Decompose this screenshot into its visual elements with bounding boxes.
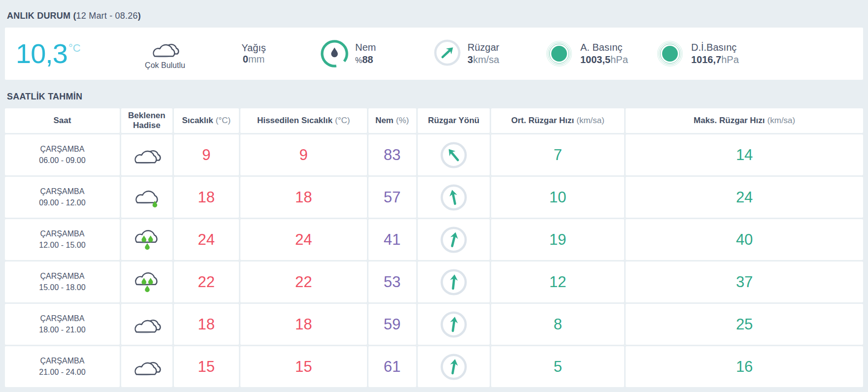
max-wind-speed-cell-value: 40 — [736, 231, 753, 249]
max-wind-speed-cell-value: 24 — [736, 189, 753, 206]
time-cell: ÇARŞAMBA06.00 - 09.00 — [5, 134, 120, 175]
column-header-unit: (°C) — [335, 116, 350, 126]
column-header-label: Nem — [375, 116, 394, 126]
rain-icon — [132, 268, 162, 296]
time-range-label: 12.00 - 15.00 — [39, 240, 85, 251]
avg-wind-speed-cell: 7 — [491, 134, 624, 175]
humidity-cell-value: 57 — [384, 189, 401, 206]
temperature-cell: 9 — [174, 134, 239, 175]
wind-direction-icon — [440, 226, 467, 254]
wind-direction-icon-slot — [434, 39, 461, 68]
current-title-suffix: ) — [138, 11, 141, 21]
column-header-7: Maks. Rüzgar Hızı(km/sa) — [626, 108, 863, 133]
temperature-cell-value: 24 — [198, 231, 215, 249]
day-label: ÇARŞAMBA — [40, 229, 85, 239]
expected-weather-cell — [121, 346, 172, 387]
feels-like-cell: 18 — [240, 304, 367, 345]
temperature-unit: °C — [68, 42, 81, 55]
time-cell: ÇARŞAMBA09.00 - 12.00 — [5, 177, 120, 218]
day-label: ÇARŞAMBA — [40, 356, 85, 366]
humidity-cell-value: 83 — [384, 146, 401, 164]
current-condition-icon-slot — [128, 37, 202, 60]
temperature-cell: 24 — [174, 219, 239, 260]
humidity-widget: Nem %88 — [320, 39, 414, 68]
precipitation-value: 0mm — [222, 54, 286, 65]
temperature-cell-value: 22 — [198, 273, 215, 291]
current-section-title: ANLIK DURUM (12 Mart - 08.26) — [7, 11, 863, 21]
current-title-date: 12 Mart - 08.26 — [76, 11, 138, 21]
pressure-icon — [655, 39, 685, 68]
humidity-cell: 41 — [368, 219, 416, 260]
column-header-label: Beklenen Hadise — [124, 111, 169, 130]
max-wind-speed-cell: 14 — [626, 134, 863, 175]
wind-direction-icon — [440, 141, 467, 169]
time-cell: ÇARŞAMBA15.00 - 18.00 — [5, 261, 120, 302]
rain-icon — [132, 226, 162, 254]
feels-like-cell: 22 — [240, 261, 367, 302]
expected-weather-cell — [121, 304, 172, 345]
wind-direction-icon — [434, 39, 461, 66]
humidity-cell: 59 — [368, 304, 416, 345]
time-range-label: 21.00 - 24.00 — [39, 367, 85, 378]
time-range-label: 18.00 - 21.00 — [39, 325, 85, 335]
humidity-cell: 83 — [368, 134, 416, 175]
expected-weather-cell — [121, 261, 172, 302]
humidity-cell: 53 — [368, 261, 416, 302]
max-wind-speed-cell: 37 — [626, 261, 863, 302]
max-wind-speed-cell: 24 — [626, 177, 863, 218]
temperature-cell-value: 15 — [198, 358, 215, 376]
avg-wind-speed-cell: 10 — [491, 177, 624, 218]
avg-wind-speed-cell: 8 — [491, 304, 624, 345]
temperature-cell: 18 — [174, 304, 239, 345]
wind-direction-cell — [418, 219, 490, 260]
cloudy-icon — [132, 144, 162, 166]
wind-direction-cell — [418, 134, 490, 175]
column-header-label: Hissedilen Sıcaklık — [257, 116, 333, 126]
feels-like-cell-value: 22 — [295, 273, 312, 291]
column-header-2: Sıcaklık(°C) — [174, 108, 239, 133]
column-header-label: Sıcaklık — [182, 116, 213, 126]
max-wind-speed-cell-value: 14 — [736, 146, 753, 164]
pressure-icon — [544, 39, 574, 68]
wind-widget: Rüzgar 3km/sa — [434, 39, 530, 68]
feels-like-cell-value: 18 — [295, 189, 312, 206]
expected-weather-cell — [121, 134, 172, 175]
current-title-prefix: ANLIK DURUM ( — [7, 11, 76, 21]
max-wind-speed-cell: 16 — [626, 346, 863, 387]
time-range-label: 09.00 - 12.00 — [39, 197, 85, 208]
humidity-cell-value: 59 — [384, 316, 401, 333]
wind-direction-cell — [418, 346, 490, 387]
droplet-icon — [331, 47, 338, 57]
avg-wind-speed-cell-value: 19 — [549, 231, 566, 249]
feels-like-cell: 24 — [240, 219, 367, 260]
column-header-label: Maks. Rüzgar Hızı — [694, 116, 765, 126]
feels-like-cell-value: 18 — [295, 316, 312, 333]
expected-weather-cell — [121, 219, 172, 260]
temperature-cell: 15 — [174, 346, 239, 387]
current-condition: Çok Bulutlu — [128, 37, 202, 70]
wind-direction-icon — [440, 353, 467, 381]
humidity-cell-value: 61 — [384, 358, 401, 376]
temperature-cell: 22 — [174, 261, 239, 302]
column-header-unit: (%) — [396, 116, 409, 126]
time-range-label: 15.00 - 18.00 — [39, 282, 85, 293]
feels-like-cell: 9 — [240, 134, 367, 175]
feels-like-cell-value: 24 — [295, 231, 312, 249]
wind-direction-cell — [418, 177, 490, 218]
time-cell: ÇARŞAMBA12.00 - 15.00 — [5, 219, 120, 260]
cloudy-icon — [132, 313, 162, 336]
condition-label: Çok Bulutlu — [128, 61, 202, 70]
hourly-forecast-table: SaatBeklenen HadiseSıcaklık(°C)Hissedile… — [5, 108, 863, 387]
time-cell: ÇARŞAMBA21.00 - 24.00 — [5, 346, 120, 387]
humidity-cell-value: 53 — [384, 273, 401, 291]
max-wind-speed-cell: 40 — [626, 219, 863, 260]
humidity-cell: 61 — [368, 346, 416, 387]
max-wind-speed-cell: 25 — [626, 304, 863, 345]
day-label: ÇARŞAMBA — [40, 144, 85, 155]
expected-weather-cell — [121, 177, 172, 218]
precipitation-label: Yağış — [222, 42, 286, 54]
time-cell: ÇARŞAMBA18.00 - 21.00 — [5, 304, 120, 345]
temperature-value: 10,3 — [16, 40, 67, 67]
column-header-1: Beklenen Hadise — [121, 108, 172, 133]
avg-wind-speed-cell-value: 8 — [554, 316, 562, 333]
